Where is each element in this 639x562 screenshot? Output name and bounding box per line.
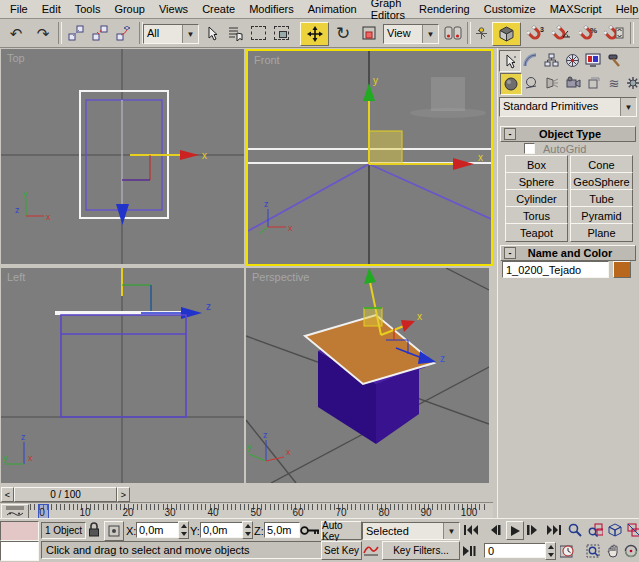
name-color-rollout-header[interactable]: - Name and Color [500,245,636,261]
selection-lock-toggle[interactable] [88,522,100,539]
angle-snap-button[interactable] [549,22,575,44]
category-helpers[interactable] [584,73,604,93]
next-frame-button[interactable] [524,521,540,538]
tab-utilities[interactable] [604,50,624,70]
open-mini-curve-editor-button[interactable] [1,504,29,519]
time-configuration-button[interactable] [558,542,576,559]
play-button[interactable] [506,521,524,540]
bind-to-spacewarp-button[interactable] [112,22,136,44]
track-bar[interactable]: 0 10 20 30 40 50 60 70 80 90 100 [0,502,493,519]
object-color-swatch[interactable] [613,261,631,278]
maxscript-mini-listener-white[interactable] [0,541,39,561]
tab-motion[interactable] [562,50,582,70]
zoom-all-button[interactable] [586,521,604,538]
key-mode-toggle-button[interactable] [460,542,478,559]
category-systems[interactable] [623,73,639,93]
viewport-left[interactable]: z z y x Left [1,268,244,483]
viewport-perspective[interactable]: x z z y x Perspective [246,268,489,483]
spinner-snap-button[interactable] [601,22,627,44]
go-to-end-button[interactable] [545,521,563,538]
menu-tools[interactable]: Tools [68,1,108,17]
object-name-input[interactable]: 1_0200_Tejado [502,261,609,278]
auto-key-button[interactable]: Auto Key [321,521,362,540]
select-and-link-button[interactable] [64,22,87,44]
undo-button[interactable]: ↶ [4,22,28,44]
y-coord-input[interactable]: 0,0m [200,522,244,538]
chevron-down-icon[interactable]: ▼ [422,25,438,43]
select-and-scale-button[interactable] [358,22,380,44]
category-shapes[interactable] [521,73,541,93]
percent-snap-button[interactable]: % [576,22,600,44]
viewport-label-left[interactable]: Left [7,271,25,283]
zoom-extents-button[interactable] [606,521,624,538]
select-and-rotate-button[interactable]: ↻ [330,22,356,44]
viewport-label-perspective[interactable]: Perspective [252,271,309,283]
select-by-name-button[interactable] [225,22,245,44]
redo-button[interactable]: ↷ [31,22,55,44]
menu-customize[interactable]: Customize [477,1,543,17]
category-cameras[interactable] [563,73,583,93]
tab-display[interactable] [583,50,603,70]
window-crossing-button[interactable] [271,22,291,44]
current-frame-input[interactable]: 0 [484,543,548,558]
frame-spinner[interactable] [545,542,556,560]
tab-hierarchy[interactable] [541,50,561,70]
chevron-down-icon[interactable]: ▼ [620,98,636,116]
snap-toggle-3d-button[interactable]: 3 [524,22,548,44]
x-coord-spinner[interactable] [178,521,189,539]
menu-maxscript[interactable]: MAXScript [543,1,609,17]
menu-modifiers[interactable]: Modifiers [242,1,301,17]
select-object-button[interactable] [202,22,222,44]
set-key-button[interactable]: Set Key [321,541,362,560]
menu-rendering[interactable]: Rendering [412,1,477,17]
select-and-move-button[interactable] [300,22,329,46]
selection-filter-dropdown[interactable]: All▼ [143,24,199,44]
autogrid-checkbox[interactable] [524,143,535,154]
absolute-relative-coord-toggle[interactable] [104,521,124,541]
key-filters-button[interactable]: Key Filters... [382,541,460,560]
region-zoom-button[interactable] [584,542,602,559]
time-slider-prev-button[interactable]: < [1,487,14,502]
x-coord-input[interactable]: 0,0m [136,522,180,538]
go-to-start-button[interactable] [462,521,480,538]
menu-create[interactable]: Create [195,1,242,17]
category-geometry[interactable] [500,73,522,95]
chevron-down-icon[interactable]: ▼ [443,523,459,539]
unlink-button[interactable] [88,22,111,44]
object-type-rollout-header[interactable]: - Object Type [500,126,636,142]
tab-create[interactable] [499,50,521,72]
selection-region-button[interactable] [248,22,268,44]
collapse-icon[interactable]: - [504,247,516,259]
menu-animation[interactable]: Animation [301,1,364,17]
primitive-category-dropdown[interactable]: Standard Primitives▼ [499,97,637,117]
z-coord-input[interactable]: 5,0m [264,522,300,538]
use-pivot-center-button[interactable] [441,22,465,44]
viewport-label-top[interactable]: Top [7,52,25,64]
zoom-button[interactable] [566,521,584,538]
snaps-toggle-button[interactable] [492,22,521,46]
viewport-front-active[interactable]: y x z x Front [246,49,493,266]
menu-group[interactable]: Group [107,1,152,17]
viewport-top[interactable]: x y x z Top [1,49,244,264]
menu-edit[interactable]: Edit [35,1,68,17]
reference-coordinate-dropdown[interactable]: View▼ [383,24,439,44]
menu-help[interactable]: Help [609,1,639,17]
category-lights[interactable] [542,73,562,93]
select-and-manipulate-button[interactable] [471,22,491,44]
y-coord-spinner[interactable] [242,521,253,539]
previous-frame-button[interactable] [487,521,503,538]
chevron-down-icon[interactable]: ▼ [182,25,198,43]
primitive-teapot-button[interactable]: Teapot [505,223,568,242]
primitive-plane-button[interactable]: Plane [570,223,633,242]
key-mode-dropdown[interactable]: Selected▼ [362,522,460,540]
category-spacewarps[interactable]: ≋ [604,73,624,93]
menu-views[interactable]: Views [152,1,195,17]
set-key-filters-curve[interactable] [363,543,379,558]
maxscript-mini-listener-pink[interactable] [0,521,39,541]
collapse-icon[interactable]: - [504,128,516,140]
tab-modify[interactable] [520,50,540,70]
time-slider-handle[interactable]: 0 / 100 [14,487,117,502]
time-slider-next-button[interactable]: > [117,487,130,502]
menu-file[interactable]: File [3,1,35,17]
viewport-label-front[interactable]: Front [254,54,280,66]
